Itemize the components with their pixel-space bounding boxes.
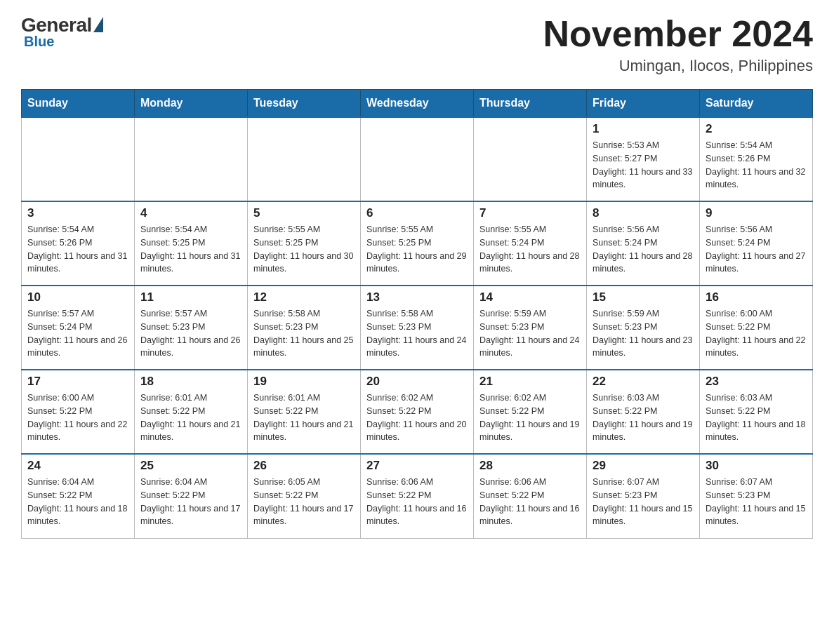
weekday-header-thursday: Thursday xyxy=(474,90,587,118)
day-info: Sunrise: 6:00 AMSunset: 5:22 PMDaylight:… xyxy=(27,391,128,444)
day-info: Sunrise: 6:06 AMSunset: 5:22 PMDaylight:… xyxy=(366,476,468,528)
day-number: 28 xyxy=(479,459,581,473)
calendar-cell: 15Sunrise: 5:59 AMSunset: 5:23 PMDayligh… xyxy=(587,286,700,370)
calendar-week-row: 1Sunrise: 5:53 AMSunset: 5:27 PMDaylight… xyxy=(22,117,813,201)
day-info: Sunrise: 6:01 AMSunset: 5:22 PMDaylight:… xyxy=(140,391,241,444)
calendar-cell: 11Sunrise: 5:57 AMSunset: 5:23 PMDayligh… xyxy=(135,286,248,370)
calendar-cell: 4Sunrise: 5:54 AMSunset: 5:25 PMDaylight… xyxy=(135,201,248,286)
day-number: 24 xyxy=(27,459,128,473)
calendar-cell: 13Sunrise: 5:58 AMSunset: 5:23 PMDayligh… xyxy=(361,286,474,370)
day-info: Sunrise: 6:02 AMSunset: 5:22 PMDaylight:… xyxy=(479,391,581,444)
day-number: 4 xyxy=(140,206,241,220)
calendar-cell: 18Sunrise: 6:01 AMSunset: 5:22 PMDayligh… xyxy=(135,370,248,454)
calendar-cell: 21Sunrise: 6:02 AMSunset: 5:22 PMDayligh… xyxy=(474,370,587,454)
day-number: 10 xyxy=(27,290,128,304)
weekday-header-tuesday: Tuesday xyxy=(248,90,361,118)
day-info: Sunrise: 5:58 AMSunset: 5:23 PMDaylight:… xyxy=(366,307,468,360)
day-info: Sunrise: 5:55 AMSunset: 5:25 PMDaylight:… xyxy=(253,223,355,276)
day-info: Sunrise: 5:55 AMSunset: 5:25 PMDaylight:… xyxy=(366,223,468,276)
weekday-header-saturday: Saturday xyxy=(700,90,813,118)
calendar-cell: 24Sunrise: 6:04 AMSunset: 5:22 PMDayligh… xyxy=(22,454,135,538)
day-info: Sunrise: 5:57 AMSunset: 5:24 PMDaylight:… xyxy=(27,307,128,360)
day-info: Sunrise: 5:54 AMSunset: 5:26 PMDaylight:… xyxy=(706,139,807,192)
weekday-header-monday: Monday xyxy=(135,90,248,118)
day-number: 1 xyxy=(593,122,694,136)
day-info: Sunrise: 5:55 AMSunset: 5:24 PMDaylight:… xyxy=(479,223,581,276)
day-number: 23 xyxy=(706,375,807,389)
day-number: 13 xyxy=(366,290,468,304)
day-info: Sunrise: 5:53 AMSunset: 5:27 PMDaylight:… xyxy=(593,139,694,192)
day-info: Sunrise: 5:54 AMSunset: 5:26 PMDaylight:… xyxy=(27,223,128,276)
day-info: Sunrise: 6:07 AMSunset: 5:23 PMDaylight:… xyxy=(706,476,807,528)
calendar-week-row: 3Sunrise: 5:54 AMSunset: 5:26 PMDaylight… xyxy=(22,201,813,286)
calendar-week-row: 17Sunrise: 6:00 AMSunset: 5:22 PMDayligh… xyxy=(22,370,813,454)
day-number: 7 xyxy=(479,206,581,220)
calendar-week-row: 24Sunrise: 6:04 AMSunset: 5:22 PMDayligh… xyxy=(22,454,813,538)
calendar-week-row: 10Sunrise: 5:57 AMSunset: 5:24 PMDayligh… xyxy=(22,286,813,370)
day-info: Sunrise: 5:59 AMSunset: 5:23 PMDaylight:… xyxy=(479,307,581,360)
weekday-header-friday: Friday xyxy=(587,90,700,118)
calendar-cell xyxy=(22,117,135,201)
day-info: Sunrise: 6:03 AMSunset: 5:22 PMDaylight:… xyxy=(593,391,694,444)
day-number: 22 xyxy=(593,375,694,389)
calendar-cell xyxy=(361,117,474,201)
calendar-cell: 30Sunrise: 6:07 AMSunset: 5:23 PMDayligh… xyxy=(700,454,813,538)
calendar-cell: 8Sunrise: 5:56 AMSunset: 5:24 PMDaylight… xyxy=(587,201,700,286)
day-info: Sunrise: 5:58 AMSunset: 5:23 PMDaylight:… xyxy=(253,307,355,360)
day-number: 30 xyxy=(706,459,807,473)
calendar-cell: 9Sunrise: 5:56 AMSunset: 5:24 PMDaylight… xyxy=(700,201,813,286)
logo-blue-text: Blue xyxy=(24,34,54,50)
calendar-cell: 5Sunrise: 5:55 AMSunset: 5:25 PMDaylight… xyxy=(248,201,361,286)
day-number: 16 xyxy=(706,290,807,304)
calendar-cell: 28Sunrise: 6:06 AMSunset: 5:22 PMDayligh… xyxy=(474,454,587,538)
calendar-cell: 29Sunrise: 6:07 AMSunset: 5:23 PMDayligh… xyxy=(587,454,700,538)
logo: General Blue xyxy=(21,14,103,50)
weekday-header-row: SundayMondayTuesdayWednesdayThursdayFrid… xyxy=(22,90,813,118)
calendar-header: SundayMondayTuesdayWednesdayThursdayFrid… xyxy=(22,90,813,118)
day-info: Sunrise: 5:56 AMSunset: 5:24 PMDaylight:… xyxy=(706,223,807,276)
calendar-cell: 25Sunrise: 6:04 AMSunset: 5:22 PMDayligh… xyxy=(135,454,248,538)
day-number: 9 xyxy=(706,206,807,220)
calendar-cell: 1Sunrise: 5:53 AMSunset: 5:27 PMDaylight… xyxy=(587,117,700,201)
location-title: Umingan, Ilocos, Philippines xyxy=(543,57,813,75)
calendar-cell: 23Sunrise: 6:03 AMSunset: 5:22 PMDayligh… xyxy=(700,370,813,454)
day-info: Sunrise: 6:02 AMSunset: 5:22 PMDaylight:… xyxy=(366,391,468,444)
calendar-cell: 17Sunrise: 6:00 AMSunset: 5:22 PMDayligh… xyxy=(22,370,135,454)
day-number: 5 xyxy=(253,206,355,220)
day-number: 29 xyxy=(593,459,694,473)
weekday-header-wednesday: Wednesday xyxy=(361,90,474,118)
day-info: Sunrise: 6:04 AMSunset: 5:22 PMDaylight:… xyxy=(27,476,128,528)
day-info: Sunrise: 5:54 AMSunset: 5:25 PMDaylight:… xyxy=(140,223,241,276)
day-number: 15 xyxy=(593,290,694,304)
day-number: 21 xyxy=(479,375,581,389)
day-number: 14 xyxy=(479,290,581,304)
day-number: 18 xyxy=(140,375,241,389)
calendar-cell: 14Sunrise: 5:59 AMSunset: 5:23 PMDayligh… xyxy=(474,286,587,370)
day-info: Sunrise: 5:59 AMSunset: 5:23 PMDaylight:… xyxy=(593,307,694,360)
day-number: 25 xyxy=(140,459,241,473)
calendar-cell: 20Sunrise: 6:02 AMSunset: 5:22 PMDayligh… xyxy=(361,370,474,454)
day-number: 6 xyxy=(366,206,468,220)
day-info: Sunrise: 6:04 AMSunset: 5:22 PMDaylight:… xyxy=(140,476,241,528)
day-number: 12 xyxy=(253,290,355,304)
day-number: 2 xyxy=(706,122,807,136)
calendar-cell: 7Sunrise: 5:55 AMSunset: 5:24 PMDaylight… xyxy=(474,201,587,286)
calendar-cell: 22Sunrise: 6:03 AMSunset: 5:22 PMDayligh… xyxy=(587,370,700,454)
day-info: Sunrise: 6:06 AMSunset: 5:22 PMDaylight:… xyxy=(479,476,581,528)
calendar-cell: 3Sunrise: 5:54 AMSunset: 5:26 PMDaylight… xyxy=(22,201,135,286)
day-number: 3 xyxy=(27,206,128,220)
page-header: General Blue November 2024 Umingan, Iloc… xyxy=(21,14,813,75)
calendar-cell: 16Sunrise: 6:00 AMSunset: 5:22 PMDayligh… xyxy=(700,286,813,370)
day-info: Sunrise: 6:07 AMSunset: 5:23 PMDaylight:… xyxy=(593,476,694,528)
month-title: November 2024 xyxy=(543,14,813,54)
calendar-cell xyxy=(474,117,587,201)
day-info: Sunrise: 5:56 AMSunset: 5:24 PMDaylight:… xyxy=(593,223,694,276)
calendar-cell: 2Sunrise: 5:54 AMSunset: 5:26 PMDaylight… xyxy=(700,117,813,201)
day-number: 26 xyxy=(253,459,355,473)
calendar-cell: 6Sunrise: 5:55 AMSunset: 5:25 PMDaylight… xyxy=(361,201,474,286)
calendar-cell: 26Sunrise: 6:05 AMSunset: 5:22 PMDayligh… xyxy=(248,454,361,538)
title-section: November 2024 Umingan, Ilocos, Philippin… xyxy=(543,14,813,75)
calendar-cell: 12Sunrise: 5:58 AMSunset: 5:23 PMDayligh… xyxy=(248,286,361,370)
day-number: 17 xyxy=(27,375,128,389)
day-number: 19 xyxy=(253,375,355,389)
